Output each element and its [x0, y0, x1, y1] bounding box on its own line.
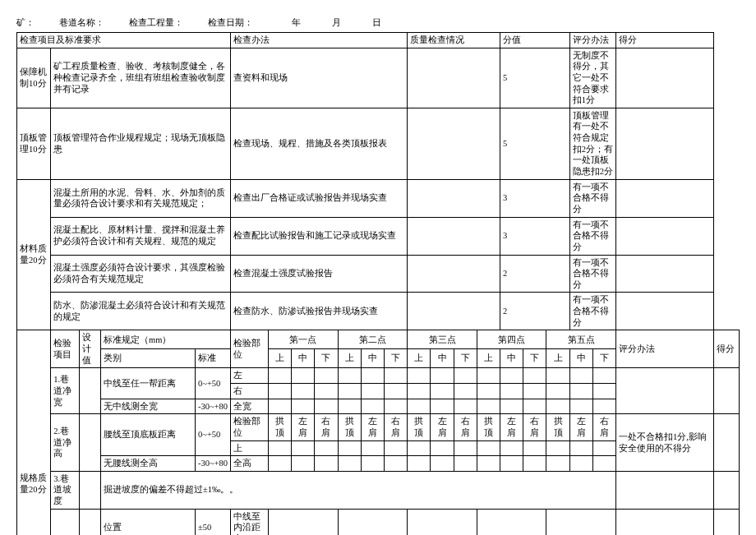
row-mat4: 防水、防渗混凝土必须符合设计和有关规范的规定 检查防水、防渗试验报告并现场实查 … [17, 293, 740, 330]
s2-score [714, 414, 740, 472]
s4-name: 4.巷道水沟 [51, 509, 80, 535]
points-roof: 5 [500, 108, 570, 179]
sh-item: 检验项目 [51, 330, 80, 368]
th-method: 检查办法 [231, 33, 408, 48]
s4-score [714, 509, 740, 535]
s1a-p1: 左 [231, 368, 269, 384]
header-line: 矿： 巷道名称： 检查工程量： 检查日期： 年 月 日 [16, 16, 740, 29]
rule-roof: 顶板管理有一处不符合规定扣2分；有一处顶板隐患扣2分 [569, 108, 615, 179]
row-mat2: 混凝土配比、原材料计量、搅拌和混凝土养护必须符合设计和有关规程、规范的规定 检查… [17, 217, 740, 255]
situation-guarantee [408, 48, 500, 108]
s2a-cls: 腰线至顶底板距离 [100, 414, 195, 456]
th-score: 得分 [616, 33, 714, 48]
sh-cls: 类别 [100, 349, 195, 368]
rule-mat4: 有一项不合格不得分 [569, 293, 615, 330]
row-guarantee: 保障机制10分 矿工程质量检查、验收、考核制度健全，各种检查记录齐全，班组有班组… [17, 48, 740, 108]
row-s1a: 1.巷道净宽 中线至任一帮距离 0~+50 左 [17, 368, 740, 384]
points-mat1: 3 [500, 179, 570, 217]
row-mat1: 材料质量20分 混凝土所用的水泥、骨料、水、外加剂的质量必须符合设计要求和有关规… [17, 179, 740, 217]
points-guarantee: 5 [500, 48, 570, 108]
s3-name: 3.巷道坡度 [51, 471, 80, 509]
th-situation: 质量检查情况 [408, 33, 500, 48]
s4r1-std: ±50 [195, 509, 230, 535]
sh-design: 设计值 [79, 330, 100, 368]
situation-roof [408, 108, 500, 179]
method-roof: 检查现场、规程、措施及各类顶板报表 [231, 108, 408, 179]
s2b-std: -30~+80 [195, 456, 230, 472]
th-points: 分值 [500, 33, 570, 48]
s2b-p: 全高 [231, 456, 269, 472]
sh-p1: 第一点 [268, 330, 338, 349]
req-mat3: 混凝土强度必须符合设计要求，其强度检验必须符合有关规范规定 [51, 255, 231, 293]
row-s3: 3.巷道坡度 掘进坡度的偏差不得超过±1‰。。 [17, 471, 740, 509]
score-guarantee [616, 48, 714, 108]
s2-name: 2.巷道净高 [51, 414, 80, 472]
row-s4a: 4.巷道水沟 位置 ±50 中线至内沿距离 一处不合格扣2分 [17, 509, 740, 535]
sh-std: 标准规定（mm） [100, 330, 230, 349]
s1-score [714, 368, 740, 414]
method-mat2: 检查配比试验报告和施工记录或现场实查 [231, 217, 408, 255]
sh-p3: 第三点 [408, 330, 477, 349]
main-table: 检查项目及标准要求 检查办法 质量检查情况 分值 评分办法 得分 保障机制10分… [16, 32, 740, 535]
check-date: 检查日期： 年 月 日 [208, 16, 406, 29]
score-mat1 [616, 179, 714, 217]
row-roof: 顶板管理10分 顶板管理符合作业规程规定；现场无顶板隐患 检查现场、规程、措施及… [17, 108, 740, 179]
points-mat3: 2 [500, 255, 570, 293]
s2a-p1: 上 [231, 440, 269, 456]
row-mat3: 混凝土强度必须符合设计要求，其强度检验必须符合有关规范规定 检查混凝土强度试验报… [17, 255, 740, 293]
sh-rule: 评分办法 [616, 330, 714, 368]
th-rule: 评分办法 [569, 33, 615, 48]
s4r1-part: 中线至内沿距离 [231, 509, 269, 535]
s3-rule [616, 471, 714, 509]
method-mat3: 检查混凝土强度试验报告 [231, 255, 408, 293]
s4-rule: 一处不合格扣2分 [616, 509, 714, 535]
s1a-std: 0~+50 [195, 368, 230, 399]
s3-score [714, 471, 740, 509]
s2a-std: 0~+50 [195, 414, 230, 456]
s1b-std: -30~+80 [195, 399, 230, 414]
s2-rule: 一处不合格扣1分,影响安全使用的不得分 [616, 414, 714, 472]
sh-part: 检验部位 [231, 330, 269, 368]
rule-mat1: 有一项不合格不得分 [569, 179, 615, 217]
s2b-cls: 无腰线测全高 [100, 456, 195, 472]
method-mat4: 检查防水、防渗试验报告并现场实查 [231, 293, 408, 330]
rule-mat2: 有一项不合格不得分 [569, 217, 615, 255]
score-roof [616, 108, 714, 179]
req-mat2: 混凝土配比、原材料计量、搅拌和混凝土养护必须符合设计和有关规程、规范的规定 [51, 217, 231, 255]
tunnel-label: 巷道名称： [59, 16, 104, 29]
req-mat1: 混凝土所用的水泥、骨料、水、外加剂的质量必须符合设计要求和有关规范规定； [51, 179, 231, 217]
s2-design [79, 414, 100, 472]
s1b-p: 全宽 [231, 399, 269, 414]
sh-p2: 第二点 [338, 330, 408, 349]
s4r1-cls: 位置 [100, 509, 195, 535]
mine-label: 矿： [16, 16, 35, 29]
s1b-cls: 无中线测全宽 [100, 399, 195, 414]
sh-score: 得分 [714, 330, 740, 368]
method-mat1: 检查出厂合格证或试验报告并现场实查 [231, 179, 408, 217]
s1-rule [616, 368, 714, 414]
s3-design [79, 471, 100, 509]
row-s2head: 2.巷道净高 腰线至顶底板距离 0~+50 检验部位 拱顶左肩右肩 拱顶左肩右肩… [17, 414, 740, 440]
s1-design [79, 368, 100, 414]
req-mat4: 防水、防渗混凝土必须符合设计和有关规范的规定 [51, 293, 231, 330]
cat-guarantee: 保障机制10分 [17, 48, 51, 108]
rule-guarantee: 无制度不得分，其它一处不符合要求扣1分 [569, 48, 615, 108]
method-guarantee: 查资料和现场 [231, 48, 408, 108]
cat-spec: 规格质量20分 [17, 330, 51, 535]
s1a-cls: 中线至任一帮距离 [100, 368, 195, 399]
s4-design [79, 509, 100, 535]
row-spec-head1: 规格质量20分 检验项目 设计值 标准规定（mm） 检验部位 第一点 第二点 第… [17, 330, 740, 349]
s1-name: 1.巷道净宽 [51, 368, 80, 414]
s1a-p2: 右 [231, 383, 269, 399]
rule-mat3: 有一项不合格不得分 [569, 255, 615, 293]
req-guarantee: 矿工程质量检查、验收、考核制度健全，各种检查记录齐全，班组有班组检查验收制度并有… [51, 48, 231, 108]
th-requirements: 检查项目及标准要求 [17, 33, 231, 48]
cat-material: 材料质量20分 [17, 179, 51, 330]
cat-roof: 顶板管理10分 [17, 108, 51, 179]
s3-req: 掘进坡度的偏差不得超过±1‰。。 [100, 471, 615, 509]
sh-p5: 第五点 [546, 330, 616, 349]
sh-p4: 第四点 [477, 330, 546, 349]
check-qty-label: 检查工程量： [129, 16, 183, 29]
situation-mat1 [408, 179, 500, 217]
points-mat4: 2 [500, 293, 570, 330]
